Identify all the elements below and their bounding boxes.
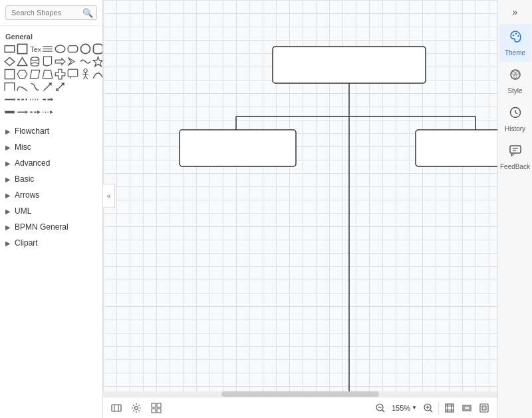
svg-rect-64	[157, 409, 161, 413]
svg-line-30	[86, 77, 88, 79]
map-button[interactable]	[108, 400, 124, 416]
svg-rect-19	[5, 69, 14, 79]
shape-rounded-sq[interactable]	[92, 43, 102, 55]
shape-empty2	[80, 81, 91, 93]
shape-rect-open[interactable]	[4, 81, 15, 93]
svg-marker-23	[55, 69, 65, 79]
shape-text[interactable]: Text	[29, 43, 41, 55]
general-shapes-grid: Text	[0, 42, 102, 122]
nav-bpmn[interactable]: ▶ BPMN General	[0, 219, 102, 235]
shape-thick-line[interactable]	[4, 106, 15, 118]
shape-arrow-diag[interactable]	[42, 81, 53, 93]
fit-page-button[interactable]	[442, 400, 458, 416]
svg-point-82	[515, 33, 516, 34]
right-nav-style[interactable]: Style	[499, 62, 531, 100]
shape-line-dashed1[interactable]	[17, 94, 28, 105]
shape-rounded-rect[interactable]	[67, 43, 78, 55]
shape-line-solid[interactable]	[4, 94, 15, 105]
zoom-in-button[interactable]	[421, 401, 436, 415]
shape-empty8	[55, 106, 66, 118]
chevron-right-icon-bpmn: ▶	[5, 224, 12, 230]
nav-flowchart[interactable]: ▶ Flowchart	[0, 123, 102, 139]
shape-half-circle[interactable]	[17, 81, 28, 93]
right-nav-theme[interactable]: Theme	[499, 24, 531, 62]
shape-s-curve[interactable]	[29, 81, 41, 93]
shape-arrow-right[interactable]	[55, 56, 66, 67]
horizontal-scrollbar[interactable]	[103, 391, 497, 397]
shape-hexagon[interactable]	[17, 69, 28, 80]
svg-rect-1	[17, 44, 27, 53]
shape-arrow-diag2[interactable]	[55, 81, 66, 93]
shape-parallelogram[interactable]	[29, 69, 41, 80]
chevron-right-icon-arrows: ▶	[5, 192, 12, 198]
shape-empty7	[92, 94, 102, 105]
fit-selection-button[interactable]	[476, 400, 492, 416]
grid-button[interactable]	[148, 400, 164, 416]
svg-point-15	[31, 63, 39, 66]
shape-person[interactable]	[80, 69, 91, 80]
svg-rect-7	[68, 46, 78, 53]
shape-cross[interactable]	[55, 69, 66, 80]
right-nav-history[interactable]: History	[499, 100, 531, 138]
style-icon	[508, 67, 523, 85]
shape-doc[interactable]	[42, 56, 53, 67]
nav-clipart-label: Clipart	[15, 238, 38, 248]
nav-arrows[interactable]: ▶ Arrows	[0, 187, 102, 203]
right-collapse-button[interactable]: »	[506, 3, 525, 21]
svg-marker-18	[93, 57, 102, 67]
svg-marker-44	[25, 110, 28, 114]
chevron-right-icon-misc: ▶	[5, 144, 12, 150]
shape-wavy[interactable]	[80, 56, 91, 67]
nav-misc[interactable]: ▶ Misc	[0, 139, 102, 155]
shape-line-dashed3[interactable]	[42, 94, 53, 105]
collapse-icon: «	[107, 192, 111, 200]
theme-icon	[508, 29, 523, 47]
shape-triangle[interactable]	[17, 56, 28, 67]
shape-star[interactable]	[92, 56, 102, 67]
canvas-container[interactable]: «	[103, 0, 497, 391]
shape-square[interactable]	[17, 43, 28, 55]
zoom-out-button[interactable]	[373, 401, 388, 415]
main-area: «	[103, 0, 497, 418]
shape-square2[interactable]	[4, 69, 15, 80]
svg-rect-72	[446, 404, 454, 412]
settings-button[interactable]	[128, 400, 144, 416]
shape-chevron-right[interactable]	[67, 56, 78, 67]
shape-arc[interactable]	[92, 69, 102, 80]
right-nav-feedback[interactable]: FeedBack	[499, 138, 531, 176]
history-icon	[508, 105, 523, 123]
shape-lines[interactable]	[42, 43, 53, 55]
nav-basic[interactable]: ▶ Basic	[0, 171, 102, 187]
svg-rect-63	[152, 409, 156, 413]
shape-cylinder[interactable]	[29, 56, 41, 67]
zoom-level[interactable]: 155% ▼	[389, 404, 420, 412]
svg-point-87	[513, 75, 517, 79]
svg-rect-54	[180, 130, 296, 166]
shape-circle[interactable]	[80, 43, 91, 55]
collapse-panel-button[interactable]: «	[103, 184, 115, 208]
svg-line-67	[382, 410, 384, 412]
nav-uml[interactable]: ▶ UML	[0, 203, 102, 219]
svg-rect-78	[464, 407, 469, 409]
nav-clipart[interactable]: ▶ Clipart	[0, 235, 102, 251]
shape-empty11	[92, 106, 102, 118]
chevron-right-icon-clip: ▶	[5, 240, 12, 246]
shape-line-arrow1[interactable]	[17, 106, 28, 118]
shape-line-dots-arrow[interactable]	[42, 106, 53, 118]
shape-callout[interactable]	[67, 69, 78, 80]
svg-line-71	[430, 410, 432, 412]
zoom-dropdown-icon: ▼	[412, 405, 417, 411]
svg-marker-46	[37, 110, 41, 114]
shape-trapezoid[interactable]	[42, 69, 53, 80]
shape-rectangle[interactable]	[4, 43, 15, 55]
shape-diamond[interactable]	[4, 56, 15, 67]
search-input[interactable]	[5, 5, 97, 20]
right-panel: » Theme Style History FeedBack	[497, 0, 532, 418]
shape-ellipse[interactable]	[55, 43, 66, 55]
fit-width-button[interactable]	[459, 400, 475, 416]
shape-line-dashed2[interactable]	[29, 94, 41, 105]
svg-marker-41	[51, 98, 53, 101]
shape-line-dash-arrow[interactable]	[29, 106, 41, 118]
nav-advanced[interactable]: ▶ Advanced	[0, 155, 102, 171]
scrollbar-thumb[interactable]	[221, 391, 379, 397]
